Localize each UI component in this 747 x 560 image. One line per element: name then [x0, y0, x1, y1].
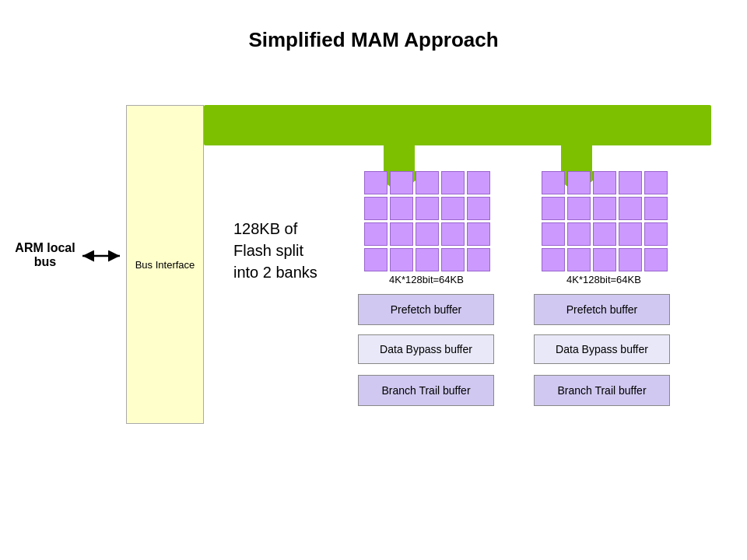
branch-trail-buffer-right-label: Branch Trail buffer: [557, 384, 646, 397]
bus-interface-box: Bus Interface: [126, 105, 204, 424]
flash-cell: [619, 222, 642, 246]
flash-cell: [390, 222, 413, 246]
flash-cell: [390, 197, 413, 220]
data-bypass-buffer-right: Data Bypass buffer: [534, 334, 670, 364]
flash-cell: [567, 197, 591, 220]
flash-cell: [441, 248, 465, 271]
data-bypass-buffer-right-label: Data Bypass buffer: [556, 343, 648, 355]
page-title: Simplified MAM Approach: [0, 0, 747, 52]
flash-cell: [619, 248, 642, 271]
flash-cell: [644, 248, 668, 271]
flash-cell: [390, 248, 413, 271]
prefetch-buffer-left-label: Prefetch buffer: [391, 303, 462, 316]
flash-cell: [467, 171, 490, 194]
prefetch-buffer-left: Prefetch buffer: [358, 294, 494, 325]
flash-cell: [644, 197, 668, 220]
flash-cell: [567, 171, 591, 194]
flash-cell: [567, 248, 591, 271]
bank-label-right: 4K*128bit=64KB: [542, 274, 666, 285]
flash-bank-right: [542, 171, 663, 269]
flash-cell: [593, 197, 616, 220]
data-bypass-buffer-left-label: Data Bypass buffer: [380, 343, 472, 355]
flash-cell: [390, 171, 413, 194]
bank-label-left: 4K*128bit=64KB: [364, 274, 489, 285]
flash-cell: [593, 248, 616, 271]
flash-cell: [364, 197, 388, 220]
flash-cell: [619, 197, 642, 220]
flash-cell: [467, 222, 490, 246]
arm-bus-label: ARM local bus: [14, 241, 76, 269]
branch-trail-buffer-left: Branch Trail buffer: [358, 375, 494, 406]
flash-bank-left: [364, 171, 486, 269]
data-bypass-buffer-left: Data Bypass buffer: [358, 334, 494, 364]
flash-cell: [416, 171, 439, 194]
flash-cell: [542, 171, 565, 194]
flash-split-label: 128KB of Flash split into 2 banks: [233, 218, 317, 283]
flash-cell: [542, 197, 565, 220]
arm-bus-arrow: [78, 246, 124, 266]
flash-cell: [467, 248, 490, 271]
flash-cell: [644, 171, 668, 194]
flash-cell: [416, 222, 439, 246]
flash-cell: [467, 197, 490, 220]
flash-cell: [441, 197, 465, 220]
flash-cell: [364, 222, 388, 246]
flash-cell: [441, 222, 465, 246]
flash-cell: [364, 171, 388, 194]
flash-cell: [542, 248, 565, 271]
green-bus-bar: [204, 105, 711, 145]
flash-cell: [619, 171, 642, 194]
flash-cell: [441, 171, 465, 194]
flash-cell: [542, 222, 565, 246]
prefetch-buffer-right-label: Prefetch buffer: [566, 303, 638, 316]
flash-cell: [364, 248, 388, 271]
branch-trail-buffer-left-label: Branch Trail buffer: [381, 384, 470, 397]
flash-cell: [644, 222, 668, 246]
flash-cell: [416, 248, 439, 271]
flash-cell: [593, 171, 616, 194]
prefetch-buffer-right: Prefetch buffer: [534, 294, 670, 325]
branch-trail-buffer-right: Branch Trail buffer: [534, 375, 670, 406]
flash-cell: [567, 222, 591, 246]
flash-cell: [416, 197, 439, 220]
bus-interface-label: Bus Interface: [135, 259, 195, 271]
flash-cell: [593, 222, 616, 246]
